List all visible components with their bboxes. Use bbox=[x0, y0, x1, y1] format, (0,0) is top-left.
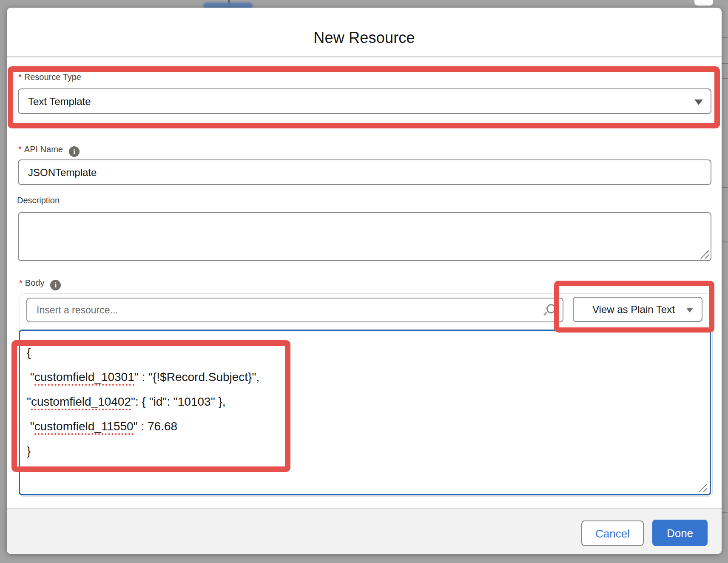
background-panel-edge bbox=[722, 187, 728, 188]
api-name-value: JSONTemplate bbox=[28, 167, 97, 179]
view-as-label: View as Plain Text bbox=[592, 304, 675, 315]
chevron-down-icon bbox=[686, 308, 693, 313]
body-text: { "customfield_10301" : "{!$Record.Subje… bbox=[27, 340, 701, 463]
done-button[interactable]: Done bbox=[652, 520, 708, 546]
api-name-label: *API Namei bbox=[18, 145, 80, 157]
page-title: New Resource bbox=[7, 29, 722, 47]
insert-resource-placeholder: Insert a resource... bbox=[37, 304, 118, 316]
resource-type-select[interactable]: Text Template bbox=[18, 88, 711, 114]
background-panel-edge bbox=[722, 78, 728, 79]
resource-type-value: Text Template bbox=[28, 96, 91, 108]
resize-handle[interactable] bbox=[697, 481, 707, 492]
header-divider bbox=[7, 56, 722, 57]
resource-type-label: *Resource Type bbox=[18, 72, 81, 82]
api-name-input[interactable]: JSONTemplate bbox=[18, 159, 711, 185]
resize-handle[interactable] bbox=[698, 248, 709, 259]
required-asterisk: * bbox=[18, 145, 22, 154]
info-icon[interactable]: i bbox=[50, 280, 61, 290]
background-panel-chip bbox=[694, 0, 713, 6]
description-label: Description bbox=[17, 196, 60, 205]
required-asterisk: * bbox=[18, 72, 22, 82]
insert-resource-combobox[interactable]: Insert a resource... bbox=[26, 298, 563, 322]
cancel-button[interactable]: Cancel bbox=[581, 520, 644, 546]
modal-footer: Cancel Done bbox=[7, 508, 722, 554]
search-icon bbox=[546, 304, 556, 313]
background-panel-edge bbox=[722, 63, 728, 64]
background-panel-edge bbox=[722, 512, 728, 513]
body-textarea[interactable]: { "customfield_10301" : "{!$Record.Subje… bbox=[19, 330, 711, 495]
background-panel-edge bbox=[722, 242, 728, 242]
view-as-plain-text-dropdown[interactable]: View as Plain Text bbox=[573, 297, 702, 322]
chevron-down-icon bbox=[694, 100, 703, 105]
flow-canvas-backdrop: New Resource *Resource Type Text Templat… bbox=[0, 0, 728, 563]
body-label: *Bodyi bbox=[19, 278, 61, 290]
description-textarea[interactable] bbox=[18, 212, 711, 261]
info-icon[interactable]: i bbox=[69, 146, 80, 157]
required-asterisk: * bbox=[19, 278, 23, 287]
background-panel-edge bbox=[722, 37, 728, 38]
